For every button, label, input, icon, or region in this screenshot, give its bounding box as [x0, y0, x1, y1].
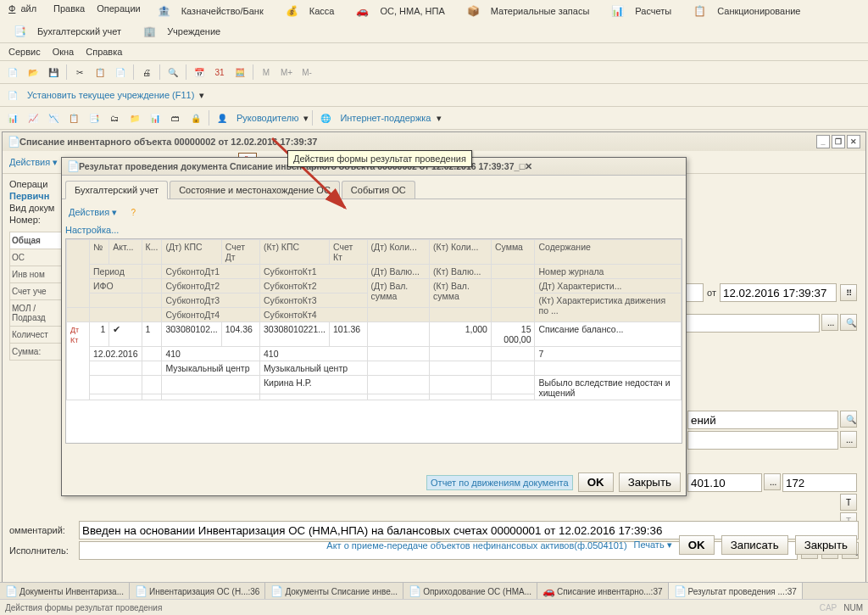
globe-icon[interactable]: 🌐: [316, 109, 335, 127]
asset-icon: 🚗: [351, 3, 373, 19]
tb-icon-2[interactable]: 📈: [24, 109, 42, 127]
wtab-5[interactable]: 🚗Списание инвентарно...:37: [537, 583, 669, 600]
dlg-maximize-icon[interactable]: □: [520, 161, 526, 171]
tb-icon-8[interactable]: 📊: [146, 109, 164, 127]
dlg-help-icon[interactable]: ?: [124, 203, 142, 221]
acct-field-1[interactable]: [687, 473, 762, 492]
cut-icon[interactable]: ✂: [70, 63, 89, 81]
copy-icon[interactable]: 📋: [91, 63, 109, 81]
result-dialog: 📄 Результат проведения документа Списани…: [61, 157, 687, 496]
wtab-6[interactable]: 📄Результат проведения ...:37: [669, 583, 803, 600]
tb-icon-1[interactable]: 📊: [3, 109, 22, 127]
search-button-2[interactable]: 🔍: [840, 314, 857, 331]
tb-icon-5[interactable]: 📑: [85, 109, 103, 127]
tb-icon-6[interactable]: 🗂: [105, 109, 124, 127]
dlg-ok-button[interactable]: OK: [578, 472, 614, 492]
date-icon[interactable]: 31: [210, 63, 229, 81]
executor-label: Исполнитель:: [9, 545, 75, 556]
dlg-close-button[interactable]: Закрыть: [619, 472, 681, 492]
support-menu[interactable]: Интернет-поддержка: [337, 111, 434, 125]
tb-icon-9[interactable]: 🗃: [166, 109, 185, 127]
wtab-3[interactable]: 📄Документы Списание инве...: [265, 583, 403, 600]
wtab-2[interactable]: 📄Инвентаризация ОС (Н...:36: [130, 583, 265, 600]
table-row[interactable]: 12.02.2016 410 410 7: [67, 347, 682, 361]
menu-accounting[interactable]: 📑Бухгалтерский учет: [3, 22, 131, 41]
table-row[interactable]: Кирина Н.Р. Выбыло вследствие недостач и…: [67, 376, 682, 394]
cell-dtkps: 303080102...: [162, 322, 221, 347]
tb-icon-7[interactable]: 📁: [125, 109, 144, 127]
table-row[interactable]: Музыкальный центр Музыкальный центр: [67, 361, 682, 376]
col-acctkt: Счет Кт: [330, 240, 368, 265]
open-icon[interactable]: 📂: [24, 63, 42, 81]
act-link[interactable]: Акт о приеме-передаче объектов нефинансо…: [326, 540, 626, 551]
col-dtchar: (Дт) Характеристи...: [535, 279, 682, 294]
set-current-org[interactable]: Установить текущее учреждение (F11): [24, 88, 198, 102]
menu-operations[interactable]: Операции: [92, 2, 145, 20]
t-button-1[interactable]: T: [840, 494, 857, 511]
ok-button[interactable]: OK: [679, 535, 715, 555]
wtab-1[interactable]: 📄Документы Инвентариза...: [0, 583, 130, 600]
col-sdt2: СубконтоДт2: [162, 279, 260, 294]
menu-materials[interactable]: 📦Материальные запасы: [457, 2, 600, 20]
calc2-icon[interactable]: 🧮: [231, 63, 249, 81]
menu-edit[interactable]: Правка: [48, 2, 90, 20]
menu-org[interactable]: 🏢Учреждение: [133, 22, 231, 41]
date-picker-button[interactable]: ⠿: [840, 284, 857, 301]
close-icon[interactable]: ✕: [847, 135, 860, 148]
minimize-icon[interactable]: _: [816, 135, 830, 148]
calendar-icon[interactable]: 📅: [190, 63, 209, 81]
doc-icon[interactable]: 📄: [3, 86, 22, 104]
acct-field-2[interactable]: [782, 473, 857, 492]
q-button-3a[interactable]: 🔍: [840, 411, 857, 428]
print-menu[interactable]: Печать ▾: [634, 540, 672, 551]
tab-events[interactable]: События ОС: [342, 181, 415, 198]
menu-file[interactable]: Файл: [3, 2, 47, 20]
report-link[interactable]: Отчет по движениям документа: [426, 475, 573, 490]
dots-acct1[interactable]: ...: [764, 473, 781, 490]
dlg-actions-menu[interactable]: Действия ▾: [65, 205, 120, 220]
tb-icon-3[interactable]: 📉: [44, 109, 63, 127]
tb-icon-10[interactable]: 🔒: [186, 109, 205, 127]
mplus-icon[interactable]: M+: [277, 63, 296, 81]
menu-help[interactable]: Справка: [81, 45, 127, 59]
menu-cash[interactable]: 💰Касса: [275, 2, 345, 20]
menu-os[interactable]: 🚗ОС, НМА, НПА: [346, 2, 454, 20]
doc-date-input[interactable]: [720, 283, 837, 302]
field-3a[interactable]: [687, 411, 838, 429]
menu-windows[interactable]: Окна: [47, 45, 80, 59]
tab-accounting[interactable]: Бухгалтерский учет: [65, 181, 168, 199]
dots-3b[interactable]: ...: [840, 431, 857, 448]
col-dtvalsum: (Дт) Вал. сумма: [367, 279, 430, 308]
col-sdt4: СубконтоДт4: [162, 308, 260, 322]
save-icon[interactable]: 💾: [44, 63, 63, 81]
restore-icon[interactable]: ❐: [832, 135, 845, 148]
close-button[interactable]: Закрыть: [795, 535, 857, 555]
actions-menu[interactable]: Действия ▾: [6, 155, 61, 170]
doc-icon: 📄: [67, 160, 79, 172]
menu-calc[interactable]: 📊Расчеты: [601, 2, 682, 20]
table-row[interactable]: ДтКт 1 ✔ 1 303080102... 104.36 303080102…: [67, 322, 682, 347]
menu-treasury[interactable]: 🏦Казначейство/Банк: [147, 2, 274, 20]
field-3b[interactable]: [687, 431, 838, 450]
tb-icon-4[interactable]: 📋: [64, 109, 83, 127]
m-icon[interactable]: M: [257, 63, 275, 81]
user-icon[interactable]: 👤: [213, 109, 231, 127]
postings-grid[interactable]: № Акт... К... (Дт) КПС Счет Дт (Кт) КПС …: [65, 238, 682, 444]
find-icon[interactable]: 🔍: [164, 63, 182, 81]
tab-state[interactable]: Состояние и местонахождение ОС: [170, 181, 340, 198]
save-button[interactable]: Записать: [721, 535, 788, 555]
paste-icon[interactable]: 📄: [111, 63, 130, 81]
print-icon[interactable]: 🖨: [137, 63, 156, 81]
check-icon: ✔: [109, 322, 142, 347]
field-2[interactable]: [677, 314, 820, 333]
open-button-2[interactable]: ...: [821, 314, 838, 331]
new-icon[interactable]: 📄: [3, 63, 22, 81]
mminus-icon[interactable]: M-: [298, 63, 316, 81]
menu-service[interactable]: Сервис: [3, 45, 46, 59]
settings-link[interactable]: Настройка...: [65, 225, 119, 235]
dlg-close-icon[interactable]: ✕: [525, 161, 532, 172]
menu-sanction[interactable]: 📋Санкционирование: [683, 2, 810, 20]
manager-menu[interactable]: Руководителю: [233, 111, 302, 125]
doc-icon: 📄: [270, 585, 282, 597]
wtab-4[interactable]: 📄Оприходование ОС (НМА...: [403, 583, 537, 600]
